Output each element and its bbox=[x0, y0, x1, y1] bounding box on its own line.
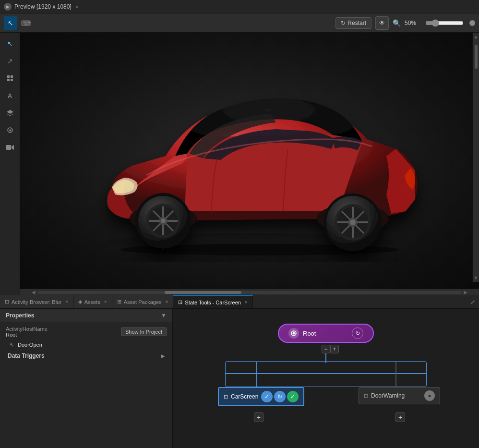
root-node-label-group: Root bbox=[288, 328, 316, 339]
door-open-label: DoorOpen bbox=[18, 342, 42, 348]
tab-packages-icon: ⊞ bbox=[117, 299, 121, 305]
carscreen-active-btn[interactable]: ✓ bbox=[287, 391, 299, 402]
root-node-text: Root bbox=[303, 330, 316, 337]
root-refresh-btn[interactable]: ↻ bbox=[352, 327, 363, 339]
tab-assets-icon: ◈ bbox=[78, 299, 82, 305]
sidebar-share-icon[interactable] bbox=[3, 123, 17, 137]
sidebar-video-icon[interactable] bbox=[3, 140, 17, 155]
tab-state-close[interactable]: × bbox=[245, 300, 248, 305]
preview-icon: ▶ bbox=[4, 3, 12, 11]
branch-container bbox=[225, 361, 427, 387]
data-triggers-label: Data Triggers bbox=[8, 352, 45, 359]
properties-content: ActivityHostName Root Show In Project ↖ … bbox=[0, 322, 172, 448]
carscreen-btn-group: ✓ ↻ ✓ bbox=[261, 391, 299, 402]
sidebar-text-icon[interactable]: A bbox=[3, 88, 17, 103]
tab-packages-close[interactable]: × bbox=[166, 299, 168, 304]
svg-rect-1 bbox=[11, 75, 13, 78]
svg-rect-5 bbox=[6, 145, 11, 150]
properties-collapse-btn[interactable]: ▼ bbox=[161, 312, 167, 319]
tab-assets[interactable]: ◈ Assets × bbox=[73, 295, 112, 308]
scroll-track[interactable] bbox=[37, 291, 462, 294]
panel-expand-btn[interactable]: ⤢ bbox=[467, 299, 479, 305]
sidebar-grid-icon[interactable] bbox=[3, 71, 17, 85]
data-triggers-section[interactable]: Data Triggers ▶ bbox=[6, 350, 167, 362]
keyboard-tool-btn[interactable]: ⌨ bbox=[19, 16, 33, 30]
title-bar: ▶ Preview [1920 x 1080] × bbox=[0, 0, 479, 13]
scroll-right-arrow[interactable]: ▶ bbox=[462, 290, 469, 295]
cursor-tool-btn[interactable]: ↖ bbox=[4, 16, 17, 30]
properties-header: Properties ▼ bbox=[0, 309, 172, 322]
doorwarning-plus-btn[interactable]: + bbox=[395, 412, 405, 422]
left-sidebar: ↖ ↗ A bbox=[0, 33, 20, 295]
horizontal-scrollbar: ◀ ▶ bbox=[20, 289, 479, 295]
toolbar: ↖ ⌨ ↻ Restart 👁 🔍 50% bbox=[0, 13, 479, 33]
carscreen-icon: ⊡ bbox=[224, 394, 228, 400]
doorwarning-btn-group: ● bbox=[424, 390, 435, 401]
root-plus-btn[interactable]: + bbox=[330, 345, 339, 353]
tab-asset-packages[interactable]: ⊞ Asset Packages × bbox=[112, 295, 174, 308]
host-name-row: ActivityHostName Root Show In Project bbox=[6, 326, 167, 338]
sidebar-select-icon[interactable]: ↗ bbox=[3, 54, 17, 68]
doorwarning-v-connector bbox=[395, 362, 396, 387]
zoom-slider[interactable] bbox=[425, 19, 464, 27]
toolbar-left: ↖ ⌨ bbox=[4, 16, 33, 30]
tab-state-icon: ⊡ bbox=[178, 299, 182, 305]
data-triggers-arrow: ▶ bbox=[161, 353, 165, 359]
svg-point-17 bbox=[350, 219, 356, 225]
doorwarning-node[interactable]: ⊡ DoorWarning ● bbox=[359, 387, 440, 404]
carscreen-refresh-btn[interactable]: ↻ bbox=[274, 391, 286, 402]
properties-panel: Properties ▼ ActivityHostName Root Show … bbox=[0, 309, 173, 448]
host-name-value: Root bbox=[6, 332, 48, 338]
vertical-scrollbar[interactable]: ▲ ▼ bbox=[472, 33, 479, 282]
cursor-icon-small: ↖ bbox=[8, 341, 15, 349]
restart-icon: ↻ bbox=[341, 20, 346, 26]
sidebar-cursor-icon[interactable]: ↖ bbox=[3, 36, 17, 51]
h-connector bbox=[225, 373, 427, 374]
carscreen-label: CarScreen bbox=[231, 393, 258, 400]
tab-bar: ⊡ Activity Browser: Blur × ◈ Assets × ⊞ … bbox=[0, 295, 479, 309]
svg-point-28 bbox=[161, 218, 166, 223]
toolbar-right: ↻ Restart 👁 🔍 50% bbox=[335, 16, 475, 30]
title-bar-close-btn[interactable]: × bbox=[75, 4, 78, 10]
zoom-dot bbox=[469, 20, 475, 26]
carscreen-check-btn[interactable]: ✓ bbox=[261, 391, 273, 402]
carscreen-plus-btn[interactable]: + bbox=[254, 412, 263, 422]
svg-point-29 bbox=[120, 244, 398, 255]
tab-activity-close[interactable]: × bbox=[65, 299, 68, 304]
bottom-panel: Properties ▼ ActivityHostName Root Show … bbox=[0, 309, 479, 448]
scroll-up-arrow[interactable]: ▲ bbox=[472, 33, 479, 41]
scroll-thumb[interactable] bbox=[165, 291, 241, 294]
title-bar-text: Preview [1920 x 1080] bbox=[14, 3, 72, 10]
root-node[interactable]: Root ↻ bbox=[278, 324, 374, 343]
svg-rect-2 bbox=[7, 79, 10, 81]
sidebar-layers-icon[interactable] bbox=[3, 106, 17, 120]
doorwarning-circle-btn[interactable]: ● bbox=[424, 390, 435, 401]
carscreen-node[interactable]: ⊡ CarScreen ✓ ↻ ✓ bbox=[218, 387, 304, 406]
tab-state-tools[interactable]: ⊡ State Tools - CarScreen × bbox=[173, 295, 252, 308]
restart-button[interactable]: ↻ Restart bbox=[335, 17, 371, 29]
tab-activity-browser[interactable]: ⊡ Activity Browser: Blur × bbox=[0, 295, 73, 308]
car-svg bbox=[70, 60, 430, 262]
main-area: ↖ ↗ A bbox=[0, 33, 479, 295]
show-in-project-button[interactable]: Show In Project bbox=[121, 327, 167, 336]
zoom-display: 50% bbox=[405, 20, 421, 26]
search-icon[interactable]: 🔍 bbox=[393, 19, 401, 27]
state-canvas[interactable]: Root ↻ − + ⊡ CarScreen ✓ ↻ ✓ ⊡ bbox=[173, 309, 479, 448]
doorwarning-label: DoorWarning bbox=[371, 392, 405, 399]
tab-activity-icon: ⊡ bbox=[5, 299, 9, 305]
v-scroll-thumb[interactable] bbox=[475, 45, 478, 69]
visibility-button[interactable]: 👁 bbox=[375, 16, 389, 30]
canvas-container[interactable]: ▲ ▼ bbox=[20, 33, 479, 289]
car-visualization bbox=[20, 33, 479, 289]
root-minus-btn[interactable]: − bbox=[322, 345, 330, 353]
scroll-down-arrow[interactable]: ▼ bbox=[472, 274, 479, 282]
svg-point-31 bbox=[293, 332, 295, 335]
scroll-left-arrow[interactable]: ◀ bbox=[30, 290, 37, 295]
preview-area: ▲ ▼ ◀ ▶ bbox=[20, 33, 479, 295]
door-open-item[interactable]: ↖ DoorOpen bbox=[6, 339, 167, 350]
carscreen-v-connector bbox=[256, 362, 257, 387]
host-name-label: ActivityHostName bbox=[6, 326, 48, 332]
tab-assets-close[interactable]: × bbox=[104, 299, 107, 304]
svg-rect-0 bbox=[7, 75, 10, 78]
svg-rect-3 bbox=[11, 79, 13, 81]
